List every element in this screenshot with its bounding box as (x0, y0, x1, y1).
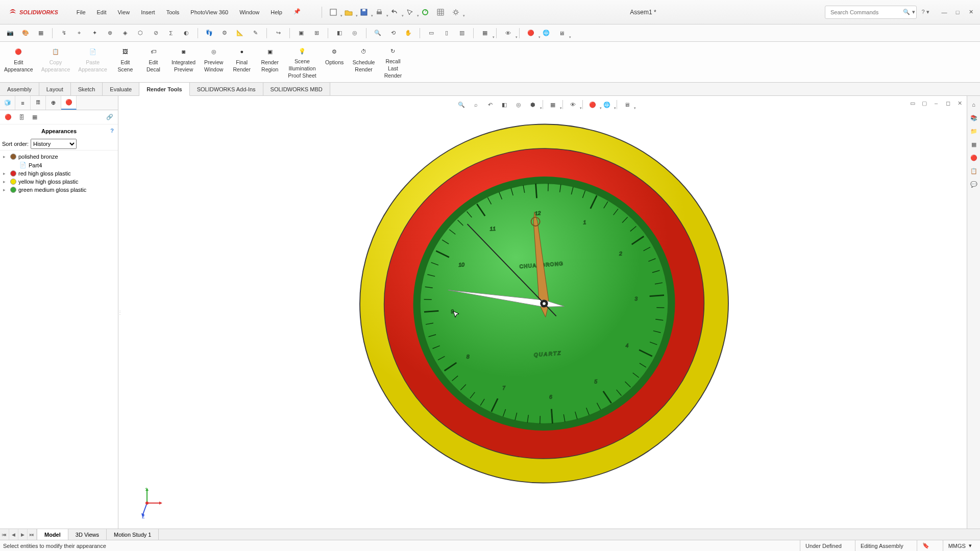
ribbon-options[interactable]: ⚙Options (321, 42, 349, 82)
dim-tab[interactable]: ⊕ (46, 96, 61, 110)
appearances-rail-icon[interactable]: 🔴 (968, 152, 979, 163)
library-icon[interactable]: 📚 (968, 112, 979, 123)
dyn-icon[interactable]: ◎ (513, 99, 524, 110)
tool-icon-6[interactable]: ⬡ (134, 27, 146, 39)
tab-solidworks-mbd[interactable]: SOLIDWORKS MBD (263, 83, 330, 95)
tab-sketch[interactable]: Sketch (71, 83, 103, 95)
search-input[interactable] (830, 9, 901, 15)
db-icon[interactable]: 🗄 (16, 112, 27, 122)
help-icon[interactable]: ? ▾ (920, 7, 931, 18)
home-icon[interactable]: ⌂ (968, 99, 979, 110)
ribbon-recall-last[interactable]: ↻RecallLastRender (379, 42, 407, 82)
tool-icon-3[interactable]: ✦ (88, 27, 101, 39)
close-icon[interactable]: ✕ (965, 6, 977, 18)
ribbon-preview-window[interactable]: ◎PreviewWindow (200, 42, 228, 82)
appearance-item[interactable]: ▸green medium gloss plastic (1, 186, 117, 194)
ribbon-edit-decal[interactable]: 🏷EditDecal (139, 42, 167, 82)
tool-icon-12[interactable]: ✎ (249, 27, 261, 39)
hide-show-icon[interactable]: 👁 (502, 27, 514, 39)
section-view-icon[interactable]: ◧ (499, 99, 510, 110)
options-icon[interactable] (450, 7, 461, 18)
vp-close-icon[interactable]: ✕ (954, 98, 965, 108)
tab-prev-icon[interactable]: ◀ (9, 529, 18, 540)
tab-layout[interactable]: Layout (39, 83, 71, 95)
ribbon-scene-illum[interactable]: 💡SceneIlluminationProof Sheet (284, 42, 320, 82)
vp-restore-icon[interactable]: ▭ (908, 98, 918, 108)
window-icon-2[interactable]: ▯ (440, 27, 453, 39)
tab-next-icon[interactable]: ▶ (18, 529, 28, 540)
ribbon-schedule-render[interactable]: ⏱ScheduleRender (349, 42, 379, 82)
undo-icon[interactable] (389, 7, 400, 18)
tab-first-icon[interactable]: ⏮ (0, 529, 9, 540)
bottom-tab-model[interactable]: Model (37, 529, 68, 540)
menu-photoview[interactable]: PhotoView 360 (185, 6, 233, 18)
vp-max-icon[interactable]: ▢ (919, 98, 929, 108)
select-icon[interactable] (404, 7, 415, 18)
zoom-icon[interactable]: 🔍 (372, 27, 384, 39)
forum-icon[interactable]: 💬 (968, 179, 979, 190)
bottom-tab-motion-study-1[interactable]: Motion Study 1 (107, 529, 159, 540)
appearance-item[interactable]: ▸yellow high gloss plastic (1, 178, 117, 186)
window-icon-1[interactable]: ▭ (425, 27, 437, 39)
scene-icon[interactable]: 🌐 (540, 27, 552, 39)
print-icon[interactable] (374, 7, 385, 18)
property-tab[interactable]: ≡ (15, 96, 31, 110)
vp-window-icon[interactable]: ◻ (943, 98, 953, 108)
cube-icon[interactable]: ▣ (295, 27, 307, 39)
tab-last-icon[interactable]: ⏭ (28, 529, 37, 540)
orientation-icon[interactable]: ⬢ (527, 99, 538, 110)
view-palette-icon[interactable]: ▦ (968, 139, 979, 150)
explorer-icon[interactable]: 📁 (968, 126, 979, 137)
status-flag-icon[interactable]: 🔖 (917, 540, 935, 551)
bottom-tab-3d-views[interactable]: 3D Views (68, 529, 107, 540)
pattern-icon[interactable]: ⊞ (310, 27, 323, 39)
tool-icon-1[interactable]: ↯ (58, 27, 70, 39)
display-tab[interactable]: 🔴 (61, 96, 77, 110)
viewport-icon[interactable]: 🖥 (555, 27, 568, 39)
tab-evaluate[interactable]: Evaluate (103, 83, 139, 95)
tool-icon-13[interactable]: ↪ (272, 27, 284, 39)
tool-icon-7[interactable]: ⊘ (150, 27, 162, 39)
sigma-icon[interactable]: Σ (165, 27, 177, 39)
ribbon-integrated-preview[interactable]: ◙IntegratedPreview (167, 42, 200, 82)
edge-icon[interactable]: ◎ (349, 27, 361, 39)
link-icon[interactable]: 🔗 (105, 112, 115, 122)
ribbon-render-region[interactable]: ▣RenderRegion (256, 42, 284, 82)
save-icon[interactable] (358, 7, 370, 18)
display-icon[interactable]: ▦ (35, 27, 47, 39)
prev-view-icon[interactable]: ↶ (484, 99, 496, 110)
screenshot-icon[interactable]: 📷 (4, 27, 16, 39)
rotate-icon[interactable]: ⟲ (387, 27, 399, 39)
menu-window[interactable]: Window (234, 6, 264, 18)
config-tab[interactable]: 𝄜 (31, 96, 46, 110)
appearances-icon[interactable]: 🎨 (19, 27, 32, 39)
sort-order-select[interactable]: History (31, 139, 77, 149)
vp-min-icon[interactable]: – (931, 98, 941, 108)
tool-icon-10[interactable]: ⚙ (218, 27, 231, 39)
ribbon-edit-scene[interactable]: 🖼EditScene (111, 42, 139, 82)
menu-edit[interactable]: Edit (92, 6, 112, 18)
graphics-viewport[interactable]: 🔍 ⌕ ↶ ◧ ◎ ⬢ ▦ 👁 🔴 🌐 🖥 ▭ ▢ – ◻ ✕ (121, 96, 967, 529)
window-icon-3[interactable]: ▥ (456, 27, 468, 39)
tool-icon-9[interactable]: 👣 (203, 27, 215, 39)
search-dropdown-icon[interactable]: ▾ (912, 7, 915, 18)
tab-render-tools[interactable]: Render Tools (139, 83, 189, 96)
tool-icon-11[interactable]: 📐 (234, 27, 246, 39)
help-circle-icon[interactable]: ? (110, 128, 114, 134)
menu-help[interactable]: Help (265, 6, 287, 18)
menu-insert[interactable]: Insert (136, 6, 160, 18)
menu-tools[interactable]: Tools (161, 6, 185, 18)
grid-icon[interactable] (435, 7, 446, 18)
new-icon[interactable] (328, 7, 339, 18)
appearance-item[interactable]: ▸red high gloss plastic (1, 169, 117, 178)
grid-small-icon[interactable]: ▦ (30, 112, 40, 122)
search-commands[interactable]: 🔍 ▾ (825, 6, 917, 19)
section-icon[interactable]: ◧ (333, 27, 346, 39)
tool-icon-4[interactable]: ⊕ (104, 27, 116, 39)
tool-icon-8[interactable]: ◐ (180, 27, 192, 39)
maximize-icon[interactable]: □ (951, 6, 964, 18)
menu-view[interactable]: View (112, 6, 135, 18)
zoom-fit-icon[interactable]: 🔍 (456, 99, 467, 110)
appearance-item[interactable]: ▸polished bronze (1, 153, 117, 161)
sphere-icon[interactable]: 🔴 (3, 112, 13, 122)
